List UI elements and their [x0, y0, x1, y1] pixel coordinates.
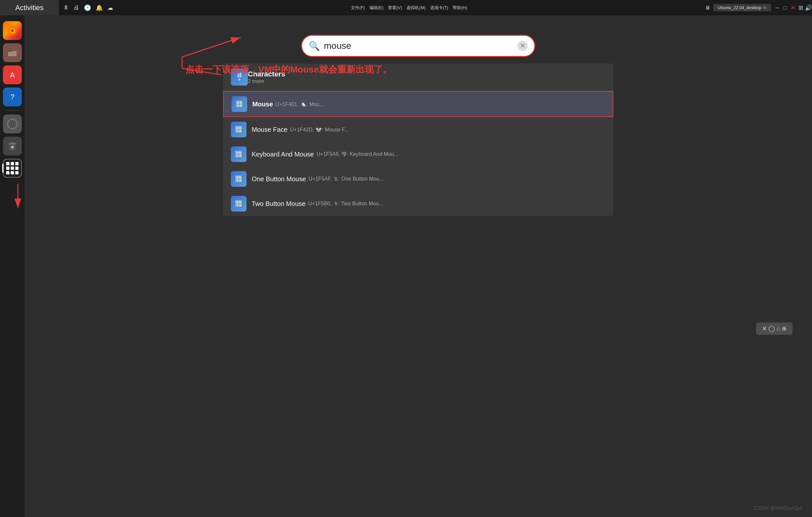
annotation-text: 点击一下该选项，VM中的Mouse就会重新出现了。 [185, 63, 392, 76]
system-tray-partial: ✕ ◯ ⌂ ⊕ [756, 322, 792, 335]
window-controls: ─ □ ✕ ⊞ 🔊 [774, 4, 812, 11]
activities-button[interactable]: Activities [0, 0, 59, 15]
win-close-icon[interactable]: ✕ [789, 4, 796, 11]
topbar-middle: ⏸ 🖨 🕐 🔔 ☁ 文件(F) 编辑(E) 查看(V) 虚拟机(M) 选项卡(T… [59, 4, 774, 12]
dock: A ? ♻ [0, 15, 24, 517]
watermark: CSDN @HotDevOps [754, 505, 802, 511]
dock-item-firefox[interactable] [3, 21, 22, 40]
svg-rect-4 [8, 51, 17, 56]
search-bar: 🔍 ✕ [301, 35, 535, 57]
result-icon-mouse-face: 🔡 [231, 122, 246, 137]
svg-text:?: ? [10, 93, 14, 101]
topbar-icon-a: 🖥 [703, 4, 712, 11]
results-panel: 🔡 ✚ Characters 2 more 🔡 Mouse U+1F401, 🐁… [223, 63, 613, 216]
result-item-two-button-mouse[interactable]: 🔡 Two Button Mouse U+1F5B0, 🖰: Two Butto… [223, 191, 613, 216]
search-input[interactable] [324, 41, 514, 51]
dock-item-appstore[interactable]: A [3, 65, 22, 84]
char-icon-bot: ✚ [238, 78, 241, 81]
dock-separator [6, 110, 19, 111]
search-clear-button[interactable]: ✕ [517, 41, 528, 51]
result-details-mouse: U+1F401, 🐁: Mou... [276, 101, 324, 107]
topbar-menu-file[interactable]: 文件(F) [349, 4, 367, 11]
result-item-one-button-mouse[interactable]: 🔡 One Button Mouse U+1F5AF, 🖯: One Butto… [223, 167, 613, 191]
result-name-text-mouse: Mouse [252, 101, 273, 108]
result-name-text-keyboard-mouse: Keyboard And Mouse [252, 151, 314, 158]
window-tab: Ubuntu_22.04_desktop ✕ [713, 4, 771, 11]
dock-item-apps[interactable] [3, 159, 22, 178]
search-icon: 🔍 [309, 41, 320, 51]
topbar-bell-icon[interactable]: 🔔 [94, 4, 105, 12]
topbar-pause-icon[interactable]: ⏸ [61, 4, 70, 12]
topbar-cloud-icon[interactable]: ☁ [106, 4, 115, 12]
result-name-text-mouse-face: Mouse Face [252, 126, 287, 133]
window-tab-close[interactable]: ✕ [763, 5, 766, 10]
result-icon-one-button-mouse: 🔡 [231, 171, 246, 187]
result-name-mouse: Mouse U+1F401, 🐁: Mou... [252, 101, 324, 108]
topbar-menu-help[interactable]: 帮助(H) [451, 4, 469, 11]
result-item-keyboard-mouse[interactable]: 🔡 Keyboard And Mouse U+1F5A6, 🖦: Keyboar… [223, 142, 613, 167]
result-name-mouse-face: Mouse Face U+1F42D, 🐭: Mouse F... [252, 126, 349, 133]
svg-text:A: A [10, 71, 14, 79]
result-name-one-button-mouse: One Button Mouse U+1F5AF, 🖯: One Button … [252, 175, 384, 183]
search-container: 🔍 ✕ [301, 35, 535, 57]
result-details-keyboard-mouse: U+1F5A6, 🖦: Keyboard And Mou... [316, 151, 398, 157]
result-details-one-button-mouse: U+1F5AF, 🖯: One Button Mou... [309, 176, 384, 182]
topbar: Activities ⏸ 🖨 🕐 🔔 ☁ 文件(F) 编辑(E) 查看(V) 虚… [0, 0, 812, 15]
topbar-menu-vm[interactable]: 虚拟机(M) [405, 4, 427, 11]
results-header-subtitle: 2 more [248, 78, 285, 84]
dock-item-files[interactable] [3, 43, 22, 62]
win-maximize-icon[interactable]: □ [781, 4, 789, 11]
result-icon-keyboard-mouse: 🔡 [231, 146, 246, 162]
topbar-menu-edit[interactable]: 编辑(E) [368, 4, 385, 11]
dock-item-trash[interactable]: ♻ [3, 137, 22, 156]
win-minimize-icon[interactable]: ─ [774, 4, 781, 11]
result-details-two-button-mouse: U+1F5B0, 🖰: Two Button Mou... [308, 201, 383, 207]
result-name-text-two-button-mouse: Two Button Mouse [252, 200, 306, 208]
apps-grid-icon [6, 162, 19, 174]
svg-text:♻: ♻ [11, 145, 14, 149]
main-area: 🔍 ✕ 🔡 ✚ Characters 2 more 🔡 Mouse U+1F [24, 15, 812, 517]
result-details-mouse-face: U+1F42D, 🐭: Mouse F... [290, 127, 349, 133]
result-item-mouse-face[interactable]: 🔡 Mouse Face U+1F42D, 🐭: Mouse F... [223, 117, 613, 142]
result-name-two-button-mouse: Two Button Mouse U+1F5B0, 🖰: Two Button … [252, 200, 383, 208]
win-volume-icon: 🔊 [805, 4, 812, 11]
result-name-keyboard-mouse: Keyboard And Mouse U+1F5A6, 🖦: Keyboard … [252, 151, 398, 158]
result-name-text-one-button-mouse: One Button Mouse [252, 175, 306, 183]
topbar-menu-view[interactable]: 查看(V) [386, 4, 404, 11]
topbar-print-icon[interactable]: 🖨 [72, 4, 81, 12]
result-item-mouse[interactable]: 🔡 Mouse U+1F401, 🐁: Mou... [223, 91, 613, 117]
win-network-icon: ⊞ [797, 4, 804, 11]
result-icon-two-button-mouse: 🔡 [231, 196, 246, 212]
result-icon-mouse: 🔡 [232, 96, 247, 112]
svg-point-12 [12, 123, 13, 125]
svg-point-2 [11, 29, 14, 32]
topbar-menu-tab[interactable]: 选项卡(T) [429, 4, 450, 11]
svg-rect-5 [8, 50, 12, 52]
window-tab-label: Ubuntu_22.04_desktop [718, 5, 761, 10]
dock-item-disk[interactable] [3, 114, 22, 133]
dock-item-help[interactable]: ? [3, 87, 22, 106]
svg-rect-15 [11, 142, 14, 143]
topbar-clock-icon[interactable]: 🕐 [82, 4, 93, 12]
